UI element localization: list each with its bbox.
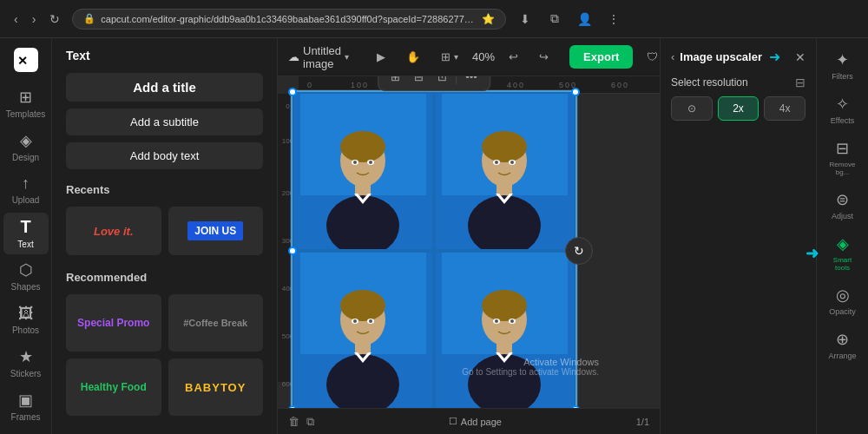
add-body-button[interactable]: Add body text (66, 142, 263, 169)
download-icon[interactable]: ⬇ (513, 7, 537, 31)
recent-loveit[interactable]: Love it. (66, 207, 161, 255)
browser-nav: ‹ › ↻ (9, 9, 65, 30)
left-icon-nav: ✕ ⊞ Templates ◈ Design ↑ Upload T Text ⬡… (0, 38, 52, 434)
upscaler-close-button[interactable]: ✕ (795, 50, 806, 64)
add-title-button[interactable]: Add a title (66, 73, 263, 102)
export-button[interactable]: Export (569, 45, 633, 69)
profile-icon[interactable]: 👤 (572, 7, 596, 31)
2x-label: 2x (733, 102, 744, 115)
sidebar-item-label: Frames (11, 412, 41, 422)
svg-point-23 (510, 161, 514, 164)
sidebar-item-shapes[interactable]: ⬡ Shapes (3, 256, 49, 298)
activate-line1: Activate Windows (462, 357, 599, 367)
baby-text: BABYTOY (185, 381, 246, 394)
rec-healthy[interactable]: Healthy Food (66, 358, 161, 416)
smart-tools-icon: ◈ (837, 234, 849, 253)
canvas-float-toolbar: ⊞ ⊟ ⊡ ••• (378, 76, 490, 91)
sidebar-item-label: Stickers (10, 369, 42, 378)
sidebar-item-label: Design (12, 153, 39, 162)
rec-coffee[interactable]: #Coffee Break (168, 294, 264, 352)
remove-bg-icon: ⊟ (836, 139, 849, 158)
svg-point-38 (482, 290, 527, 321)
sidebar-item-label: Text (17, 240, 33, 249)
handle-tr[interactable] (571, 88, 580, 96)
handle-ml[interactable] (288, 247, 297, 255)
upload-icon: ↑ (22, 174, 30, 193)
right-nav-filters[interactable]: ✦ Filters (820, 45, 865, 86)
copy-icon[interactable]: ⧉ (306, 415, 314, 429)
arrange-label: Arrange (828, 352, 856, 360)
hand-tool[interactable]: ✋ (399, 47, 427, 67)
sidebar-item-label: Shapes (11, 282, 41, 292)
rec-special-promo[interactable]: Special Promo (66, 294, 161, 352)
svg-point-33 (353, 319, 357, 323)
recent-join[interactable]: JOIN US (168, 207, 264, 255)
redo-button[interactable]: ↪ (532, 47, 556, 67)
sidebar-item-templates[interactable]: ⊞ Templates (3, 82, 49, 124)
zoom-level: 40% (472, 50, 495, 63)
refresh-button[interactable]: ↻ (44, 9, 65, 30)
canvas-more-button[interactable]: ••• (460, 76, 483, 87)
sidebar-item-stickers[interactable]: ★ Stickers (3, 342, 49, 384)
svg-point-27 (340, 290, 385, 321)
menu-icon[interactable]: ⋮ (602, 7, 626, 31)
adjust-icon: ⊜ (836, 190, 849, 209)
svg-point-16 (482, 131, 527, 162)
project-name[interactable]: ☁ Untitled image ▾ (288, 44, 349, 70)
2x-resolution-button[interactable]: 2x (718, 96, 760, 121)
recents-label: Recents (52, 173, 277, 201)
svg-point-5 (340, 131, 385, 162)
sidebar-item-upload[interactable]: ↑ Upload (3, 169, 49, 211)
canvas-crop-button[interactable]: ⊞ (385, 76, 405, 87)
add-page-button[interactable]: ☐ Add page (449, 416, 502, 427)
add-subtitle-button[interactable]: Add a subtitle (66, 108, 263, 135)
upscaler-back-button[interactable]: ‹ (671, 50, 674, 63)
grid-view-button[interactable]: ⊞ ▾ (434, 47, 465, 67)
svg-point-11 (353, 161, 357, 164)
extensions-icon[interactable]: ⧉ (542, 7, 567, 31)
handle-br[interactable] (571, 405, 580, 408)
shield-icon[interactable]: 🛡 (640, 47, 660, 67)
coffee-text: #Coffee Break (183, 318, 247, 328)
original-resolution-button[interactable]: ⊙ (671, 96, 713, 121)
templates-icon: ⊞ (19, 88, 32, 107)
right-nav-smart-tools[interactable]: ◈ Smarttools ➜ (820, 229, 865, 277)
handle-bl[interactable] (288, 405, 297, 408)
editor-toolbar: ☁ Untitled image ▾ ▶ ✋ ⊞ ▾ 40% ↩ ↪ Expor… (278, 38, 660, 76)
right-nav-remove-bg[interactable]: ⊟ Removebg... (820, 134, 865, 181)
right-nav-arrange[interactable]: ⊕ Arrange (820, 325, 865, 365)
sidebar-item-design[interactable]: ◈ Design (3, 126, 49, 168)
project-name-text: Untitled image (303, 44, 341, 70)
4x-label: 4x (779, 102, 791, 115)
handle-tl[interactable] (288, 88, 297, 96)
sidebar-item-photos[interactable]: 🖼 Photos (3, 299, 49, 340)
right-nav-effects[interactable]: ✧ Effects (820, 89, 865, 130)
rec-baby[interactable]: BABYTOY (168, 358, 264, 416)
stickers-icon: ★ (19, 347, 33, 366)
back-button[interactable]: ‹ (9, 9, 23, 30)
right-nav-adjust[interactable]: ⊜ Adjust (820, 185, 865, 226)
panel-header: Text (52, 38, 277, 69)
add-page-label: Add page (461, 417, 502, 427)
4x-resolution-button[interactable]: 4x (764, 96, 806, 121)
editor-area: ☁ Untitled image ▾ ▶ ✋ ⊞ ▾ 40% ↩ ↪ Expor… (278, 38, 660, 434)
play-button[interactable]: ▶ (370, 47, 392, 67)
recents-grid: Love it. JOIN US (52, 201, 277, 260)
forward-button[interactable]: › (27, 9, 42, 30)
canvas-grid-button[interactable]: ⊟ (409, 76, 429, 87)
url-bar[interactable]: 🔒 capcut.com/editor-graphic/ddb9aa0b1c33… (72, 9, 506, 30)
sidebar-item-frames[interactable]: ▣ Frames (3, 385, 49, 427)
canvas-container[interactable]: 0 100 200 300 400 500 600 700 800 900 10… (278, 76, 660, 408)
sidebar-item-label: Templates (6, 109, 46, 119)
right-nav-opacity[interactable]: ◎ Opacity (820, 280, 865, 321)
photo-cell-bl (293, 251, 434, 408)
canvas-refresh-button[interactable]: ↻ (565, 237, 593, 265)
undo-button[interactable]: ↩ (502, 47, 525, 67)
app-container: ✕ ⊞ Templates ◈ Design ↑ Upload T Text ⬡… (0, 38, 868, 434)
sidebar-item-text[interactable]: T Text (3, 213, 49, 254)
svg-point-34 (369, 319, 372, 323)
filters-label: Filters (832, 72, 853, 81)
special-text: Special Promo (77, 317, 149, 329)
canvas-frame-button[interactable]: ⊡ (432, 76, 452, 87)
trash-icon[interactable]: 🗑 (288, 415, 299, 428)
